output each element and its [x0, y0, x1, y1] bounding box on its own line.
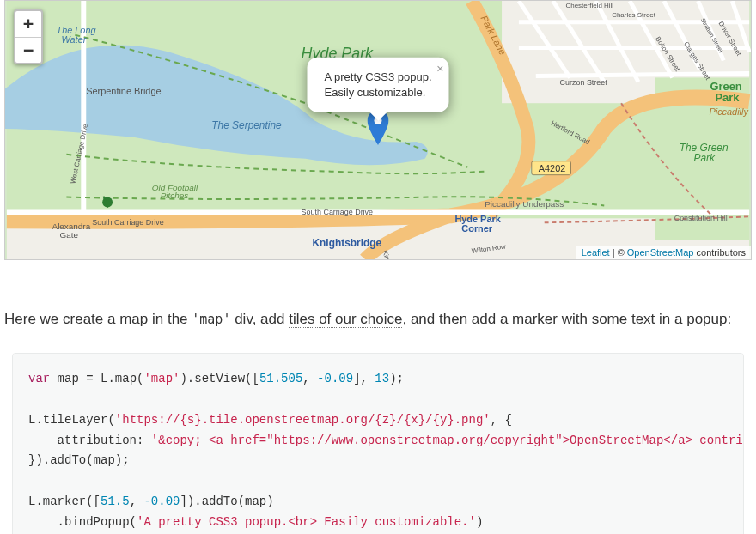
attribution-tail: contributors — [693, 247, 746, 258]
attribution-sep: | © — [610, 247, 627, 258]
zoom-out-button[interactable]: − — [15, 37, 41, 63]
zoom-control: + − — [14, 9, 43, 64]
attribution-osm-link[interactable]: OpenStreetMap — [627, 247, 694, 258]
map-popup: × A pretty CSS3 popup. Easily customizab… — [307, 58, 448, 112]
map-attribution: Leaflet | © OpenStreetMap contributors — [576, 246, 751, 259]
label-chesterfield: Chesterfield Hill — [566, 2, 614, 9]
popup-text-line2: Easily customizable. — [324, 86, 425, 99]
label-knightsbridge: Knightsbridge — [313, 237, 382, 249]
desc-text-2: div, add — [230, 311, 289, 327]
code-example: var map = L.map('map').setView([51.505, … — [12, 353, 744, 534]
label-serpentine-bridge: Serpentine Bridge — [86, 86, 161, 96]
popup-close-button[interactable]: × — [436, 61, 443, 78]
popup-tip — [369, 112, 387, 121]
description-paragraph: Here we create a map in the 'map' div, a… — [4, 307, 752, 331]
label-south-carriage-drive: South Carriage Drive — [92, 218, 163, 227]
svg-line-13 — [536, 73, 749, 76]
popup-text-line1: A pretty CSS3 popup. — [324, 70, 431, 83]
label-charles: Charles Street — [612, 11, 656, 19]
label-green-park: GreenPark — [710, 80, 741, 104]
label-serpentine: The Serpentine — [211, 119, 282, 131]
label-curzon: Curzon Street — [560, 78, 608, 87]
desc-text-1: Here we create a map in the — [4, 311, 192, 327]
label-south-carriage-drive2: South Carriage Drive — [302, 208, 373, 216]
label-a4202: A4202 — [539, 163, 566, 173]
label-piccadilly-underpass: Piccadilly Underpass — [485, 199, 564, 209]
attribution-leaflet-link[interactable]: Leaflet — [582, 247, 610, 258]
tiles-link[interactable]: tiles of our choice — [289, 311, 402, 328]
label-constitution: Constitution Hill — [674, 214, 728, 222]
map-container[interactable]: Hyde Park The Serpentine Serpentine Brid… — [4, 0, 752, 260]
desc-text-3: , and then add a marker with some text i… — [402, 311, 731, 327]
label-piccadilly: Piccadilly — [709, 106, 748, 117]
zoom-in-button[interactable]: + — [15, 11, 41, 37]
desc-code-map: 'map' — [192, 312, 230, 327]
